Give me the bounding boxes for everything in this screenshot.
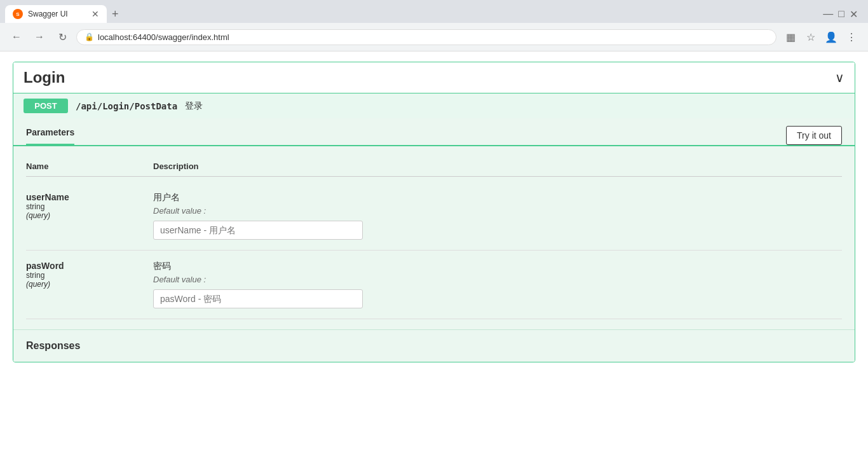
param-row-password: pasWord string (query) 密码 Default value … <box>26 251 842 319</box>
responses-header: Responses <box>13 329 855 362</box>
column-headers: Name Description <box>26 156 842 177</box>
url-text: localhost:64400/swagger/index.html <box>98 32 768 42</box>
param-location-password: (query) <box>26 280 153 289</box>
param-name-col-password: pasWord string (query) <box>26 261 153 289</box>
bookmark-button[interactable]: ☆ <box>802 28 820 46</box>
params-header-row: Parameters Try it out <box>13 118 855 146</box>
url-bar[interactable]: 🔒 localhost:64400/swagger/index.html <box>76 29 776 45</box>
window-controls: — □ ✕ <box>823 8 863 20</box>
tab-favicon: S <box>13 9 23 19</box>
param-name-password: pasWord <box>26 261 153 271</box>
back-button[interactable]: ← <box>8 28 25 46</box>
endpoint-path: /api/Login/PostData <box>76 101 177 111</box>
params-body: Parameters Try it out Name Description u… <box>13 118 855 362</box>
param-default-username: Default value : <box>153 206 842 216</box>
favicon-letter: S <box>16 11 19 17</box>
method-badge: POST <box>24 99 68 113</box>
param-desc-password: 密码 <box>153 261 842 272</box>
account-button[interactable]: 👤 <box>822 28 840 46</box>
tab-close-btn[interactable]: ✕ <box>92 9 99 19</box>
browser-tab[interactable]: S Swagger UI ✕ <box>5 5 107 23</box>
param-row-username: userName string (query) 用户名 Default valu… <box>26 182 842 251</box>
password-input[interactable] <box>153 289 363 308</box>
section-header: Login ∨ <box>13 62 855 93</box>
page-content: Login ∨ POST /api/Login/PostData 登录 Para… <box>0 52 868 373</box>
swagger-container: Login ∨ POST /api/Login/PostData 登录 Para… <box>0 62 868 362</box>
param-default-password: Default value : <box>153 275 842 284</box>
lock-icon: 🔒 <box>85 32 94 41</box>
maximize-button[interactable]: □ <box>838 8 844 20</box>
param-desc-col-password: 密码 Default value : <box>153 261 842 308</box>
param-name-col-username: userName string (query) <box>26 192 153 220</box>
params-table: Name Description userName string (query)… <box>13 146 855 329</box>
param-name-username: userName <box>26 192 153 202</box>
endpoint-description: 登录 <box>185 100 203 112</box>
new-tab-button[interactable]: + <box>109 8 121 21</box>
params-tab[interactable]: Parameters <box>26 127 74 145</box>
toolbar-icons: ▦ ☆ 👤 ⋮ <box>782 28 860 46</box>
forward-button[interactable]: → <box>31 28 48 46</box>
translate-button[interactable]: ▦ <box>782 28 799 46</box>
param-location-username: (query) <box>26 211 153 220</box>
section-title: Login <box>24 69 65 86</box>
collapse-icon[interactable]: ∨ <box>835 70 844 85</box>
param-type-password: string <box>26 271 153 280</box>
col-header-name: Name <box>26 162 153 171</box>
browser-chrome: S Swagger UI ✕ + — □ ✕ ← → ↻ 🔒 localhost… <box>0 0 868 52</box>
minimize-button[interactable]: — <box>823 8 833 20</box>
try-it-out-button[interactable]: Try it out <box>786 126 842 145</box>
username-input[interactable] <box>153 221 363 240</box>
login-section: Login ∨ POST /api/Login/PostData 登录 Para… <box>13 62 855 362</box>
param-desc-username: 用户名 <box>153 192 842 203</box>
responses-title: Responses <box>26 340 80 351</box>
menu-button[interactable]: ⋮ <box>843 28 860 46</box>
address-bar: ← → ↻ 🔒 localhost:64400/swagger/index.ht… <box>0 23 868 51</box>
tab-bar: S Swagger UI ✕ + — □ ✕ <box>0 0 868 23</box>
tab-title: Swagger UI <box>28 10 68 18</box>
close-button[interactable]: ✕ <box>850 8 858 20</box>
col-header-description: Description <box>153 162 842 171</box>
param-type-username: string <box>26 202 153 211</box>
reload-button[interactable]: ↻ <box>53 28 71 46</box>
endpoint-row[interactable]: POST /api/Login/PostData 登录 <box>13 93 855 118</box>
param-desc-col-username: 用户名 Default value : <box>153 192 842 240</box>
